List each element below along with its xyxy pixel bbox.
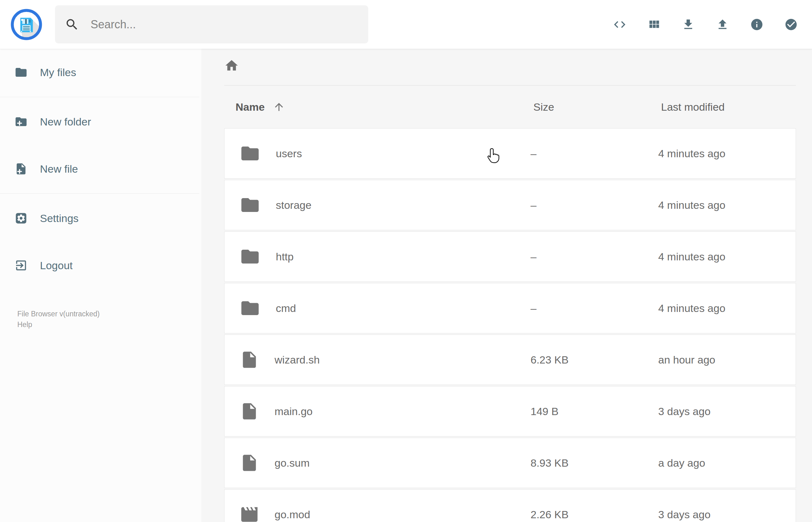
- movie-icon: [240, 505, 259, 522]
- row-modified: 4 minutes ago: [658, 147, 796, 160]
- divider: [224, 85, 796, 85]
- folder-icon: [240, 246, 260, 267]
- row-size: 2.26 KB: [530, 508, 658, 521]
- logout-icon: [15, 259, 28, 272]
- row-modified: 4 minutes ago: [658, 250, 796, 263]
- help-link[interactable]: Help: [17, 319, 201, 330]
- download-button[interactable]: [682, 18, 695, 31]
- row-name: users: [276, 147, 302, 160]
- sidebar-item-logout[interactable]: Logout: [0, 242, 201, 289]
- listing-row[interactable]: main.go 149 B 3 days ago: [224, 386, 796, 437]
- row-size: –: [530, 199, 658, 211]
- file-browser-logo: [11, 8, 42, 41]
- search-icon: [65, 17, 79, 32]
- row-modified: 3 days ago: [658, 508, 796, 521]
- row-size: 8.93 KB: [530, 457, 658, 469]
- row-modified: 3 days ago: [658, 405, 796, 418]
- row-modified: an hour ago: [658, 354, 796, 366]
- row-size: –: [530, 250, 658, 263]
- folder-plus-icon: [15, 115, 28, 128]
- file-listing-area: Name Size Last modified users – 4 minute…: [201, 49, 812, 522]
- sidebar-item-label: Settings: [40, 212, 79, 224]
- sidebar-item-new-folder[interactable]: New folder: [0, 98, 201, 145]
- sidebar-item-label: Logout: [40, 259, 73, 272]
- sort-ascending-icon: [273, 101, 285, 113]
- row-name: storage: [276, 199, 311, 211]
- raw-code-button[interactable]: [613, 18, 627, 31]
- upload-button[interactable]: [716, 18, 729, 31]
- home-icon: [224, 58, 239, 73]
- view-grid-icon: [647, 18, 661, 32]
- sort-by-size[interactable]: Size: [530, 101, 658, 113]
- row-modified: a day ago: [658, 457, 796, 469]
- listing-row[interactable]: cmd – 4 minutes ago: [224, 283, 796, 333]
- download-icon: [682, 18, 695, 32]
- info-icon: [750, 17, 764, 32]
- folder-icon: [240, 298, 260, 319]
- sidebar: My files New folder New file Settings Lo…: [0, 49, 201, 522]
- check-circle-icon: [784, 17, 798, 32]
- sidebar-item-label: New folder: [40, 116, 91, 128]
- listing-row[interactable]: wizard.sh 6.23 KB an hour ago: [224, 335, 796, 385]
- sidebar-divider: [0, 97, 199, 97]
- search-box[interactable]: [55, 5, 368, 43]
- row-name: cmd: [276, 302, 296, 315]
- code-icon: [613, 17, 627, 32]
- row-size: –: [530, 147, 658, 160]
- top-bar: [0, 0, 812, 49]
- upload-icon: [716, 18, 729, 32]
- file-icon: [240, 453, 259, 473]
- sidebar-item-label: My files: [40, 66, 76, 79]
- row-size: –: [530, 302, 658, 315]
- file-listing: users – 4 minutes ago storage – 4 minute…: [224, 128, 796, 522]
- sidebar-item-label: New file: [40, 163, 78, 175]
- listing-row[interactable]: storage – 4 minutes ago: [224, 180, 796, 230]
- sidebar-item-settings[interactable]: Settings: [0, 195, 201, 242]
- sort-by-name[interactable]: Name: [224, 101, 530, 113]
- listing-row[interactable]: users – 4 minutes ago: [224, 128, 796, 179]
- row-size: 149 B: [530, 405, 658, 418]
- row-name: go.mod: [275, 508, 310, 521]
- row-modified: 4 minutes ago: [658, 302, 796, 315]
- switch-view-button[interactable]: [647, 18, 661, 31]
- info-button[interactable]: [750, 18, 764, 31]
- listing-row[interactable]: http – 4 minutes ago: [224, 232, 796, 282]
- file-icon: [240, 350, 259, 369]
- row-name: main.go: [275, 405, 312, 418]
- row-modified: 4 minutes ago: [658, 199, 796, 211]
- sidebar-footer: File Browser v(untracked) Help: [17, 308, 201, 330]
- folder-icon: [15, 66, 28, 79]
- home-breadcrumb-button[interactable]: [224, 58, 239, 73]
- select-button[interactable]: [784, 18, 798, 31]
- row-name: http: [276, 250, 294, 263]
- sort-by-modified[interactable]: Last modified: [658, 101, 796, 113]
- row-name: wizard.sh: [275, 354, 320, 366]
- file-icon: [240, 402, 259, 421]
- gear-icon: [15, 212, 28, 225]
- topbar-actions: [613, 18, 812, 31]
- listing-header: Name Size Last modified: [224, 99, 796, 115]
- app-version: File Browser v(untracked): [17, 308, 201, 319]
- row-name: go.sum: [275, 457, 310, 469]
- file-plus-icon: [15, 162, 28, 176]
- breadcrumb: [224, 58, 796, 73]
- search-input[interactable]: [90, 18, 349, 32]
- folder-icon: [240, 195, 260, 215]
- sidebar-item-my-files[interactable]: My files: [0, 49, 201, 96]
- sidebar-item-new-file[interactable]: New file: [0, 145, 201, 193]
- listing-row[interactable]: go.sum 8.93 KB a day ago: [224, 438, 796, 488]
- folder-icon: [240, 143, 260, 164]
- column-name-label: Name: [236, 101, 265, 113]
- row-size: 6.23 KB: [530, 354, 658, 366]
- listing-row[interactable]: go.mod 2.26 KB 3 days ago: [224, 489, 796, 522]
